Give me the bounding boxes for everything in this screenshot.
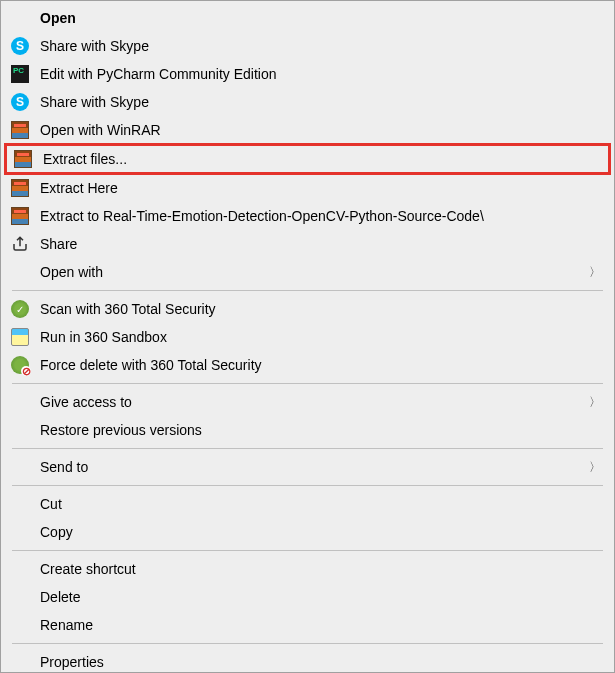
360-sandbox-icon bbox=[10, 327, 30, 347]
menu-item-edit-pycharm[interactable]: Edit with PyCharm Community Edition bbox=[4, 60, 611, 88]
winrar-icon bbox=[10, 178, 30, 198]
blank-icon bbox=[10, 559, 30, 579]
menu-item-scan-360[interactable]: Scan with 360 Total Security bbox=[4, 295, 611, 323]
menu-label: Restore previous versions bbox=[40, 422, 601, 438]
blank-icon bbox=[10, 522, 30, 542]
menu-item-cut[interactable]: Cut bbox=[4, 490, 611, 518]
blank-icon bbox=[10, 652, 30, 672]
menu-label: Extract to Real-Time-Emotion-Detection-O… bbox=[40, 208, 601, 224]
menu-label: Share bbox=[40, 236, 601, 252]
menu-item-open-winrar[interactable]: Open with WinRAR bbox=[4, 116, 611, 144]
menu-label: Open bbox=[40, 10, 601, 26]
menu-label: Give access to bbox=[40, 394, 589, 410]
blank-icon bbox=[10, 615, 30, 635]
menu-item-share-skype[interactable]: Share with Skype bbox=[4, 32, 611, 60]
menu-item-extract-to[interactable]: Extract to Real-Time-Emotion-Detection-O… bbox=[4, 202, 611, 230]
separator bbox=[12, 643, 603, 644]
blank-icon bbox=[10, 420, 30, 440]
menu-item-delete[interactable]: Delete bbox=[4, 583, 611, 611]
menu-label: Edit with PyCharm Community Edition bbox=[40, 66, 601, 82]
menu-label: Copy bbox=[40, 524, 601, 540]
menu-item-share[interactable]: Share bbox=[4, 230, 611, 258]
menu-item-open-with[interactable]: Open with 〉 bbox=[4, 258, 611, 286]
separator bbox=[12, 550, 603, 551]
skype-icon bbox=[10, 92, 30, 112]
share-icon bbox=[10, 234, 30, 254]
separator bbox=[12, 383, 603, 384]
menu-item-extract-here[interactable]: Extract Here bbox=[4, 174, 611, 202]
menu-label: Delete bbox=[40, 589, 601, 605]
360-security-icon bbox=[10, 299, 30, 319]
menu-item-send-to[interactable]: Send to 〉 bbox=[4, 453, 611, 481]
menu-item-create-shortcut[interactable]: Create shortcut bbox=[4, 555, 611, 583]
menu-item-share-skype-2[interactable]: Share with Skype bbox=[4, 88, 611, 116]
separator bbox=[12, 485, 603, 486]
blank-icon bbox=[10, 262, 30, 282]
menu-item-rename[interactable]: Rename bbox=[4, 611, 611, 639]
menu-label: Properties bbox=[40, 654, 601, 670]
menu-label: Send to bbox=[40, 459, 589, 475]
menu-label: Cut bbox=[40, 496, 601, 512]
menu-item-force-delete[interactable]: Force delete with 360 Total Security bbox=[4, 351, 611, 379]
menu-label: Extract files... bbox=[43, 151, 598, 167]
menu-label: Open with bbox=[40, 264, 589, 280]
skype-icon bbox=[10, 36, 30, 56]
menu-item-open[interactable]: Open bbox=[4, 4, 611, 32]
menu-item-extract-files[interactable]: Extract files... bbox=[4, 143, 611, 175]
winrar-icon bbox=[13, 149, 33, 169]
pycharm-icon bbox=[10, 64, 30, 84]
blank-icon bbox=[10, 457, 30, 477]
menu-label: Share with Skype bbox=[40, 94, 601, 110]
chevron-right-icon: 〉 bbox=[589, 264, 601, 281]
menu-label: Create shortcut bbox=[40, 561, 601, 577]
chevron-right-icon: 〉 bbox=[589, 394, 601, 411]
menu-label: Force delete with 360 Total Security bbox=[40, 357, 601, 373]
menu-label: Open with WinRAR bbox=[40, 122, 601, 138]
blank-icon bbox=[10, 494, 30, 514]
context-menu: Open Share with Skype Edit with PyCharm … bbox=[0, 0, 615, 673]
menu-item-copy[interactable]: Copy bbox=[4, 518, 611, 546]
blank-icon bbox=[10, 587, 30, 607]
blank-icon bbox=[10, 392, 30, 412]
menu-label: Extract Here bbox=[40, 180, 601, 196]
menu-label: Rename bbox=[40, 617, 601, 633]
blank-icon bbox=[10, 8, 30, 28]
menu-label: Share with Skype bbox=[40, 38, 601, 54]
menu-item-run-sandbox[interactable]: Run in 360 Sandbox bbox=[4, 323, 611, 351]
menu-item-properties[interactable]: Properties bbox=[4, 648, 611, 673]
separator bbox=[12, 448, 603, 449]
menu-item-restore-versions[interactable]: Restore previous versions bbox=[4, 416, 611, 444]
separator bbox=[12, 290, 603, 291]
menu-label: Run in 360 Sandbox bbox=[40, 329, 601, 345]
winrar-icon bbox=[10, 120, 30, 140]
menu-label: Scan with 360 Total Security bbox=[40, 301, 601, 317]
winrar-icon bbox=[10, 206, 30, 226]
360-force-delete-icon bbox=[10, 355, 30, 375]
menu-item-give-access[interactable]: Give access to 〉 bbox=[4, 388, 611, 416]
chevron-right-icon: 〉 bbox=[589, 459, 601, 476]
